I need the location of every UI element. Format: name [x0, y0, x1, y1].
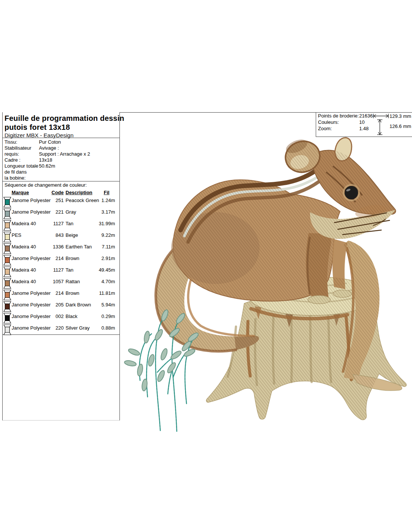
info-row: StabilisateurAvivage : — [4, 145, 119, 151]
thread-brand: PES — [12, 232, 21, 238]
thread-length: 0.88m — [88, 325, 115, 331]
thread-length: 4.70m — [88, 279, 115, 284]
info-row: la bobine: — [4, 175, 119, 181]
thread-color-name: Rattan — [66, 279, 80, 284]
stitch-texture-overlay — [124, 132, 412, 436]
design-width-mm: 129.3 mm — [390, 113, 411, 119]
thread-length: 5.94m — [88, 302, 115, 308]
thread-row: PES 843 Beige 9.22m — [3, 231, 119, 243]
info-value: 50.62m — [39, 163, 55, 169]
thread-length: 9.22m — [88, 232, 115, 238]
stat-row: Zoom: 1.48 — [316, 126, 372, 132]
left-info-panel: Feuille de programmation dessin putois f… — [2, 112, 120, 421]
embroidery-preview-chipmunk — [124, 132, 412, 436]
eye — [345, 186, 358, 199]
thread-color-name: Tan — [66, 221, 73, 226]
stat-value: 21636 — [359, 113, 373, 119]
title-block: Feuille de programmation dessin putois f… — [3, 112, 119, 138]
thread-spool-icon — [3, 324, 11, 335]
info-label: Stabilisateur — [4, 145, 39, 151]
thread-color-name: Gray — [66, 209, 76, 215]
thread-code: 1127 — [35, 267, 64, 273]
thread-code: 251 — [35, 198, 64, 203]
info-value: Pur Coton — [39, 139, 61, 145]
info-label: de fil dans — [4, 169, 39, 175]
thread-spool-icon — [3, 220, 11, 231]
info-row: requis:Support : Arrachage x 2 — [4, 151, 119, 157]
thread-length: 1.24m — [88, 198, 115, 203]
thread-code: 1336 — [35, 244, 64, 250]
thread-code: 221 — [35, 209, 64, 215]
thread-code: 205 — [35, 302, 64, 308]
thread-brand: Madeira 40 — [12, 279, 36, 284]
thread-code: 843 — [35, 232, 64, 238]
stat-row: Couleurs: 10 — [316, 119, 372, 125]
width-arrow-icon — [373, 114, 388, 118]
sequence-column-headers: Marque Code Description Fil — [3, 189, 119, 196]
info-value: Support : Arrachage x 2 — [39, 151, 90, 157]
column-header-description: Description — [66, 190, 93, 195]
thread-color-name: Brown — [66, 290, 79, 296]
thread-row: Janome Polyester 251 Peacock Green 1.24m — [3, 196, 119, 208]
thread-color-name: Dark Brown — [66, 302, 91, 308]
thread-row: Janome Polyester 214 Brown 11.81m — [3, 289, 119, 301]
thread-length: 11.81m — [88, 290, 115, 296]
thread-brand: Madeira 40 — [12, 267, 36, 273]
thread-row: Madeira 40 1127 Tan 49.45m — [3, 266, 119, 278]
color-sequence-section: Séquence de changement de couleur: Marqu… — [3, 181, 119, 335]
info-value: 13x18 — [39, 157, 52, 163]
thread-code: 214 — [35, 256, 64, 261]
thread-length: 31.99m — [88, 221, 115, 226]
thread-code: 1057 — [35, 279, 64, 284]
thread-spool-icon — [3, 255, 11, 266]
thread-length: 2.91m — [88, 256, 115, 261]
thread-brand: Madeira 40 — [12, 244, 36, 250]
info-label: Cadre : — [4, 157, 39, 163]
stat-row: Points de broderie: 21636 — [316, 113, 372, 119]
info-row: Cadre :13x18 — [4, 157, 119, 163]
info-label: Longueur totale — [4, 163, 39, 169]
stat-label: Zoom: — [318, 126, 332, 132]
thread-spool-icon — [3, 266, 11, 277]
thread-color-name: Brown — [66, 256, 79, 261]
design-height-mm: 126.6 mm — [390, 123, 411, 129]
info-label: requis: — [4, 151, 39, 157]
stat-value: 1.48 — [359, 126, 369, 132]
info-value: Avivage : — [39, 145, 59, 151]
thread-length: 7.11m — [88, 244, 115, 250]
thread-spool-icon — [3, 278, 11, 289]
thread-row: Janome Polyester 002 Black 0.29m — [3, 312, 119, 324]
thread-row: Janome Polyester 214 Brown 2.91m — [3, 254, 119, 266]
info-label: la bobine: — [4, 175, 39, 181]
thread-row: Madeira 40 1057 Rattan 4.70m — [3, 278, 119, 289]
thread-row: Janome Polyester 221 Gray 3.17m — [3, 208, 119, 220]
thread-length: 3.17m — [88, 209, 115, 215]
thread-row: Janome Polyester 220 Silver Gray 0.88m — [3, 324, 119, 336]
stats-rows: Points de broderie: 21636 Couleurs: 10 Z… — [316, 113, 372, 132]
thread-row: Janome Polyester 205 Dark Brown 5.94m — [3, 301, 119, 312]
info-rows: Tissu:Pur Coton StabilisateurAvivage : r… — [4, 139, 119, 181]
thread-spool-icon — [3, 232, 11, 242]
stat-value: 10 — [359, 119, 364, 125]
software-name: Digitizer MBX - EasyDesign — [4, 132, 119, 138]
column-header-marque: Marque — [12, 190, 29, 195]
thread-length: 0.29m — [88, 314, 115, 319]
thread-spool-icon — [3, 243, 11, 254]
thread-color-name: Black — [66, 314, 78, 319]
info-row: Tissu:Pur Coton — [4, 139, 119, 145]
info-row: de fil dans — [4, 169, 119, 175]
column-header-code: Code — [35, 190, 64, 195]
stat-label: Points de broderie: — [318, 113, 359, 119]
column-header-fil: Fil — [104, 190, 109, 195]
thread-code: 220 — [35, 325, 64, 331]
thread-color-name: Beige — [66, 232, 78, 238]
thread-length: 49.45m — [88, 267, 115, 273]
thread-spool-icon — [3, 301, 11, 312]
thread-spool-icon — [3, 313, 11, 324]
thread-color-name: Silver Gray — [66, 325, 90, 331]
sheet-title-line2: putois foret 13x18 — [4, 123, 119, 132]
thread-code: 214 — [35, 290, 64, 296]
info-row: Longueur totale50.62m — [4, 163, 119, 169]
sequence-heading: Séquence de changement de couleur: — [3, 181, 119, 189]
sheet-title-line1: Feuille de programmation dessin — [4, 114, 119, 123]
